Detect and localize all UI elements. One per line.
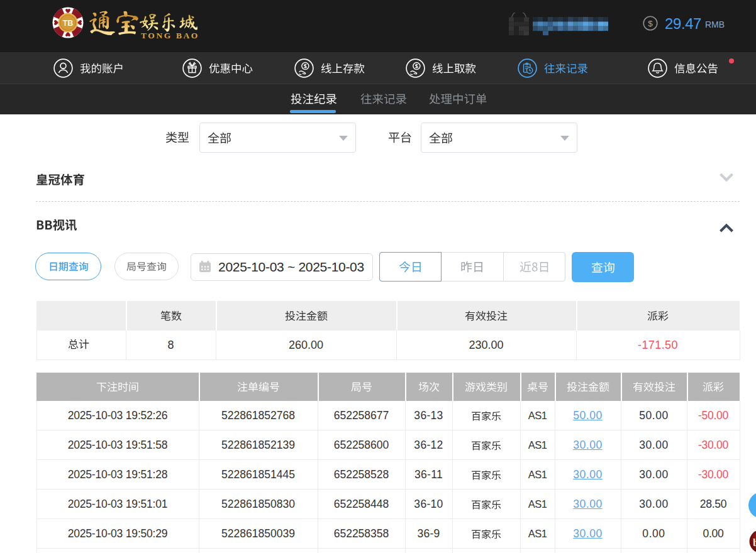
svg-text:TB: TB bbox=[63, 19, 74, 28]
svg-text:b: b bbox=[753, 537, 756, 549]
svg-text:$: $ bbox=[648, 19, 653, 28]
